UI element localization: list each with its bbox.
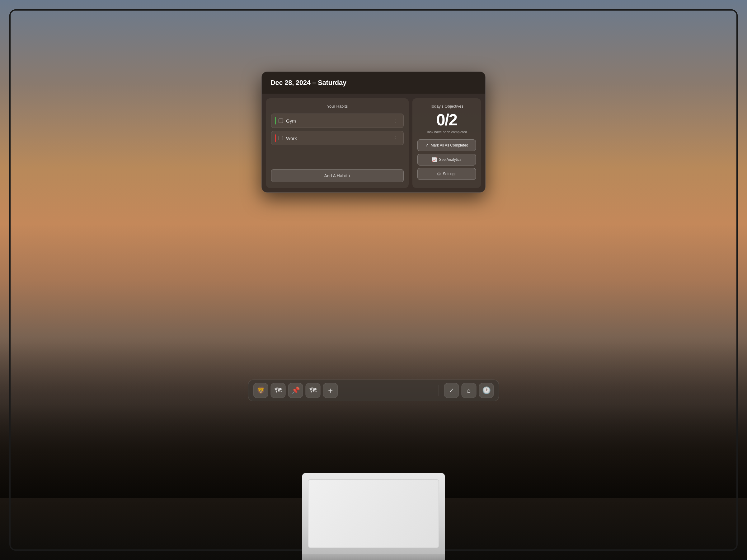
habit-label-gym: Gym [286, 118, 392, 124]
device-screen [308, 479, 439, 548]
mark-all-icon: ✓ [425, 143, 429, 148]
see-analytics-button[interactable]: 📈 See Analytics [417, 154, 476, 165]
objectives-panel: Today's Objectives 0/2 Task have been co… [412, 98, 481, 188]
window-body: Your Habits Gym ⋮ Work ⋮ Add A Habit + T… [262, 94, 485, 192]
habits-spacer [271, 149, 404, 165]
dock-icon-brave[interactable]: 🦁 [253, 383, 268, 398]
dock-icon-tasks[interactable]: ✓ [444, 383, 459, 398]
dock-icon-maps1[interactable]: 🗺 [271, 383, 286, 398]
dock-icon-add[interactable]: + [323, 383, 338, 398]
window-header: Dec 28, 2024 – Saturday [262, 72, 485, 94]
dock-icon-home[interactable]: ⌂ [462, 383, 476, 398]
habit-color-work [275, 134, 276, 142]
analytics-icon: 📈 [432, 157, 437, 162]
objectives-title: Today's Objectives [430, 104, 463, 109]
add-habit-button[interactable]: Add A Habit + [271, 169, 404, 182]
habit-menu-gym[interactable]: ⋮ [392, 117, 400, 125]
habit-item-work[interactable]: Work ⋮ [271, 131, 404, 145]
habits-panel: Your Habits Gym ⋮ Work ⋮ Add A Habit + [266, 98, 409, 188]
dock-icon-pin[interactable]: 📌 [288, 383, 303, 398]
habit-item-gym[interactable]: Gym ⋮ [271, 113, 404, 128]
habit-checkbox-work[interactable] [279, 136, 283, 140]
bottom-device [302, 473, 445, 560]
app-window: Dec 28, 2024 – Saturday Your Habits Gym … [261, 72, 486, 193]
device-base [302, 554, 445, 560]
habit-checkbox-gym[interactable] [279, 118, 283, 123]
settings-label: Settings [443, 172, 456, 176]
window-title: Dec 28, 2024 – Saturday [271, 79, 346, 86]
habit-label-work: Work [286, 136, 392, 141]
dock: 🦁 🗺 📌 🗺 + ✓ ⌂ 🕐 [248, 379, 499, 401]
analytics-label: See Analytics [439, 157, 461, 162]
habit-color-gym [275, 117, 276, 125]
mark-all-label: Mark All As Completed [431, 143, 468, 148]
dock-icon-maps2[interactable]: 🗺 [306, 383, 320, 398]
objectives-count: 0/2 [436, 111, 457, 129]
dock-icon-clock[interactable]: 🕐 [479, 383, 494, 398]
settings-button[interactable]: ⚙ Settings [417, 168, 476, 180]
objectives-subtitle: Task have been completed [427, 130, 467, 134]
settings-icon: ⚙ [437, 171, 441, 177]
habits-panel-title: Your Habits [271, 104, 404, 109]
mark-all-completed-button[interactable]: ✓ Mark All As Completed [417, 139, 476, 151]
habit-menu-work[interactable]: ⋮ [392, 135, 400, 142]
